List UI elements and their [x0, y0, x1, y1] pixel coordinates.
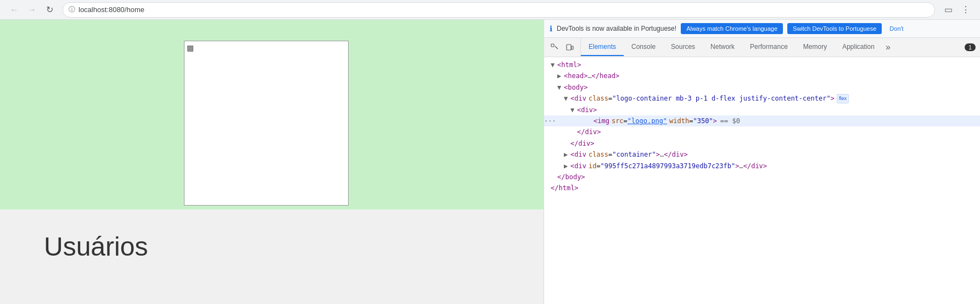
switch-devtools-button[interactable]: Switch DevTools to Portuguese [787, 23, 882, 34]
dom-line-close-body[interactable]: </body> [544, 172, 980, 183]
tab-performance[interactable]: Performance [742, 38, 796, 56]
svg-rect-1 [567, 45, 571, 50]
notification-text: DevTools is now available in Portuguese! [557, 25, 676, 32]
devtools-icons [544, 38, 581, 57]
page-content: ▩ Usuários [0, 20, 544, 304]
expand-arrow-id[interactable]: ▶ [564, 161, 570, 172]
main-content: ▩ Usuários ℹ DevTools is now available i… [0, 20, 980, 304]
dom-line-inner-div[interactable]: ▼ <div> [544, 104, 980, 115]
dont-button[interactable]: Don't [886, 23, 906, 34]
dom-line-close-inner[interactable]: </div> [544, 126, 980, 137]
broken-image-icon: ▩ [187, 43, 194, 52]
expand-arrow-logo[interactable]: ▼ [564, 93, 570, 104]
svg-rect-0 [551, 44, 554, 47]
dom-line-close-html[interactable]: </html> [544, 183, 980, 194]
expand-arrow-head[interactable]: ▶ [557, 70, 564, 81]
page-green-area: ▩ [0, 20, 544, 209]
devtools-dom-content: ▼ <html> ▶ <head>…</head> ▼ <body> ▼ <di… [544, 57, 980, 304]
tab-elements[interactable]: Elements [581, 38, 624, 56]
dom-line-img[interactable]: ··· <img src="logo.png" width="350"> == … [544, 115, 980, 126]
browser-actions: ▭ ⋮ [940, 2, 973, 18]
devtools-toolbar: Elements Console Sources Network Perform… [544, 38, 980, 57]
flex-badge[interactable]: flex [837, 94, 849, 103]
dom-line-head[interactable]: ▶ <head>…</head> [544, 70, 980, 81]
browser-chrome: ← → ↻ ⓘ localhost:8080/home ▭ ⋮ [0, 0, 980, 20]
dom-line-id-div[interactable]: ▶ <div id="995ff5c271a4897993a3719edb7c2… [544, 161, 980, 172]
always-match-button[interactable]: Always match Chrome's language [681, 23, 783, 34]
info-icon: ℹ [550, 24, 552, 33]
page-bottom-section: Usuários [0, 209, 544, 304]
back-button[interactable]: ← [7, 2, 22, 18]
tab-memory[interactable]: Memory [796, 38, 835, 56]
devtools-notification-bar: ℹ DevTools is now available in Portugues… [544, 20, 980, 38]
dom-line-close-logo[interactable]: </div> [544, 138, 980, 149]
page-heading: Usuários [44, 231, 500, 262]
menu-button[interactable]: ⋮ [958, 2, 973, 18]
expand-arrow-container[interactable]: ▶ [564, 149, 570, 160]
cast-button[interactable]: ▭ [940, 2, 956, 18]
dom-line-html[interactable]: ▼ <html> [544, 59, 980, 70]
tab-sources[interactable]: Sources [663, 38, 703, 56]
dom-line-logo-container[interactable]: ▼ <div class="logo-container mb-3 p-1 d-… [544, 93, 980, 104]
tab-application[interactable]: Application [835, 38, 882, 56]
expand-arrow-body[interactable]: ▼ [557, 82, 564, 93]
lock-icon: ⓘ [69, 5, 75, 14]
logo-placeholder: ▩ [184, 41, 349, 206]
devtools-panel: ℹ DevTools is now available in Portugues… [544, 20, 980, 304]
error-badge: 1 [965, 43, 976, 51]
reload-button[interactable]: ↻ [42, 2, 57, 18]
forward-button[interactable]: → [24, 2, 40, 18]
devtools-tabs: Elements Console Sources Network Perform… [581, 38, 894, 57]
url-text: localhost:8080/home [79, 5, 144, 14]
tab-console[interactable]: Console [624, 38, 663, 56]
inspect-element-button[interactable] [547, 40, 562, 54]
expand-arrow-inner[interactable]: ▼ [570, 104, 577, 115]
tab-network[interactable]: Network [703, 38, 742, 56]
more-tabs-button[interactable]: » [882, 38, 894, 57]
dom-line-container[interactable]: ▶ <div class="container">…</div> [544, 149, 980, 160]
device-toggle-button[interactable] [563, 40, 577, 54]
address-bar[interactable]: ⓘ localhost:8080/home [63, 2, 935, 18]
svg-rect-2 [572, 46, 573, 49]
nav-buttons: ← → ↻ [7, 2, 57, 18]
expand-arrow[interactable]: ▼ [551, 59, 557, 70]
dom-line-body[interactable]: ▼ <body> [544, 82, 980, 93]
